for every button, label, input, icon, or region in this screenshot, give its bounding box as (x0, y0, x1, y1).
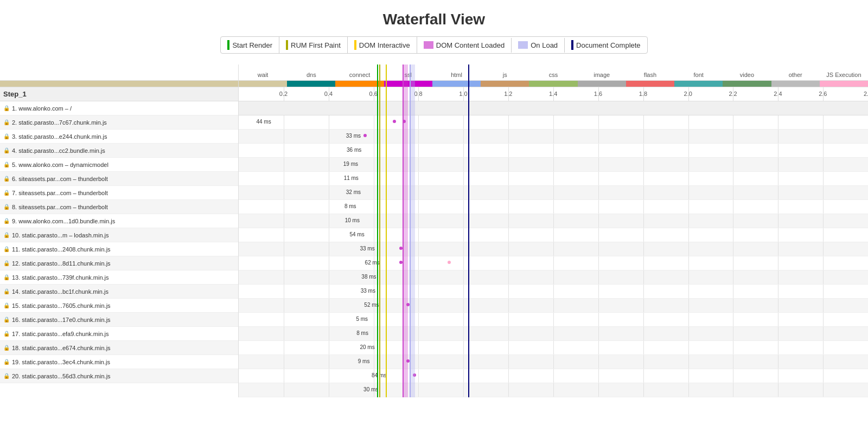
lock-icon: 🔒 (3, 147, 10, 153)
legend-label-start-render: Start Render (232, 41, 272, 49)
chart-row-19: 84 ms (239, 369, 868, 383)
legend-item-dom-interactive: DOM Interactive (348, 37, 417, 53)
dot1-18 (406, 359, 410, 363)
bar-label-18: 9 ms (358, 358, 370, 364)
table-row: 🔒 13. static.parasto...739f.chunk.min.js (0, 270, 238, 285)
resource-label-10: 🔒 10. static.parasto...m – lodash.min.js (0, 232, 239, 238)
lock-icon: 🔒 (3, 288, 10, 294)
resource-label-6: 🔒 6. siteassets.par...com – thunderbolt (0, 176, 239, 182)
table-row: 🔒 12. static.parasto...8d11.chunk.min.js (0, 256, 238, 270)
type-label-css: css (529, 72, 577, 80)
resource-label-19: 🔒 19. static.parasto...3ec4.chunk.min.js (0, 359, 239, 365)
bar-label-12: 38 ms (361, 274, 376, 280)
lock-icon: 🔒 (3, 246, 10, 252)
resource-label-5: 🔒 5. www.alonko.com – dynamicmodel (0, 162, 239, 168)
bar-label-11: 62 ms (365, 260, 380, 266)
bar-label-3: 36 ms (347, 147, 361, 153)
legend-label-dom-content-loaded: DOM Content Loaded (436, 41, 505, 49)
table-row: 🔒 3. static.parasto...e244.chunk.min.js (0, 130, 238, 144)
resource-label-14: 🔒 14. static.parasto...bc1f.chunk.min.js (0, 288, 239, 295)
lock-icon: 🔒 (3, 232, 10, 238)
chart-row-5: 11 ms (239, 172, 868, 186)
chart-row-20: 30 ms (239, 383, 868, 397)
table-row: 🔒 9. www.alonko.com...1d0.bundle.min.js (0, 214, 238, 228)
bar-label-9: 54 ms (349, 231, 364, 237)
table-row: 🔒 2. static.parasto...7c67.chunk.min.js (0, 115, 238, 130)
type-label-image: image (578, 72, 626, 80)
bar-label-6: 32 ms (346, 189, 361, 195)
table-row: 🔒 17. static.parasto...efa9.chunk.min.js (0, 327, 238, 341)
bar-label-2: 33 ms (346, 133, 361, 139)
type-label-js: js (481, 72, 529, 80)
step-header: Step_1 (0, 87, 238, 101)
type-label-html: html (432, 72, 481, 80)
resource-label-12: 🔒 12. static.parasto...8d11.chunk.min.js (0, 260, 239, 267)
resource-label-20: 🔒 20. static.parasto...56d3.chunk.min.js (0, 373, 239, 379)
lock-icon: 🔒 (3, 176, 10, 182)
lock-icon: 🔒 (3, 274, 10, 280)
resource-label-13: 🔒 13. static.parasto...739f.chunk.min.js (0, 274, 239, 281)
bar-label-20: 30 ms (363, 386, 378, 392)
lock-icon: 🔒 (3, 162, 10, 167)
legend-item-rum-first-paint: RUM First Paint (279, 37, 348, 53)
bar-label-17: 20 ms (360, 344, 374, 350)
dot1-10 (399, 247, 403, 250)
chart-row-1: 44 ms (239, 115, 868, 130)
legend-label-rum-first-paint: RUM First Paint (291, 41, 341, 49)
chart-row-6: 32 ms (239, 186, 868, 200)
dot1-2 (363, 134, 367, 137)
lock-icon: 🔒 (3, 373, 10, 379)
chart-row-11: 62 ms (239, 256, 868, 270)
dot1-11 (399, 261, 403, 264)
legend-item-document-complete: Document Complete (565, 37, 647, 53)
chart-row-10: 33 ms (239, 242, 868, 256)
table-row: 🔒 8. siteassets.par...com – thunderbolt (0, 200, 238, 214)
lock-icon: 🔒 (3, 345, 10, 351)
bar-label-14: 52 ms (364, 302, 379, 308)
bar-label-5: 11 ms (344, 175, 359, 181)
table-row: 🔒 6. siteassets.par...com – thunderbolt (0, 172, 238, 186)
chart-row-4: 19 ms (239, 158, 868, 172)
lock-icon: 🔒 (3, 218, 10, 224)
chart-row-13: 33 ms (239, 285, 868, 299)
resource-label-3: 🔒 3. static.parasto...e244.chunk.min.js (0, 133, 239, 140)
bar-label-16: 8 ms (356, 330, 368, 336)
dot1-1 (393, 120, 396, 123)
table-row: 🔒 20. static.parasto...56d3.chunk.min.js (0, 369, 238, 383)
table-row: 🔒 18. static.parasto...e674.chunk.min.js (0, 341, 238, 355)
table-row: 🔒 1. www.alonko.com – / (0, 101, 238, 115)
chart-row-14: 52 ms (239, 299, 868, 313)
chart-row-7: 8 ms (239, 200, 868, 214)
lock-icon: 🔒 (3, 119, 10, 125)
lock-icon: 🔒 (3, 359, 10, 365)
bar-label-15: 5 ms (356, 316, 368, 322)
type-label-flash: flash (626, 72, 674, 80)
table-row: 🔒 7. siteassets.par...com – thunderbolt (0, 186, 238, 200)
tick-2.8: 2.8 (864, 91, 868, 97)
type-label-connect: connect (335, 72, 384, 80)
bar-label-1: 44 ms (256, 119, 271, 125)
table-row: 🔒 5. www.alonko.com – dynamicmodel (0, 158, 238, 172)
lock-icon: 🔒 (3, 302, 10, 308)
legend-item-on-load: On Load (512, 38, 565, 53)
resource-label-2: 🔒 2. static.parasto...7c67.chunk.min.js (0, 119, 239, 126)
type-label-video: video (723, 72, 771, 80)
table-row: 🔒 19. static.parasto...3ec4.chunk.min.js (0, 355, 238, 369)
resource-label-1: 🔒 1. www.alonko.com – / (0, 105, 239, 112)
dot1-14 (406, 303, 410, 306)
resource-label-17: 🔒 17. static.parasto...efa9.chunk.min.js (0, 331, 239, 337)
dot2-11 (448, 261, 451, 264)
chart-row-16: 8 ms (239, 327, 868, 341)
bar-label-19: 84 ms (372, 372, 386, 378)
resource-label-11: 🔒 11. static.parasto...2408.chunk.min.js (0, 246, 239, 253)
dot1-19 (413, 373, 416, 377)
legend: Start RenderRUM First PaintDOM Interacti… (220, 36, 647, 54)
lock-icon: 🔒 (3, 204, 10, 210)
type-label-ssl: ssl (384, 72, 432, 80)
table-row: 🔒 14. static.parasto...bc1f.chunk.min.js (0, 285, 238, 299)
chart-row-15: 5 ms (239, 313, 868, 327)
chart-row-12: 38 ms (239, 270, 868, 285)
resource-label-7: 🔒 7. siteassets.par...com – thunderbolt (0, 190, 239, 196)
bar-label-8: 10 ms (345, 217, 360, 223)
bar-label-13: 33 ms (361, 288, 375, 294)
